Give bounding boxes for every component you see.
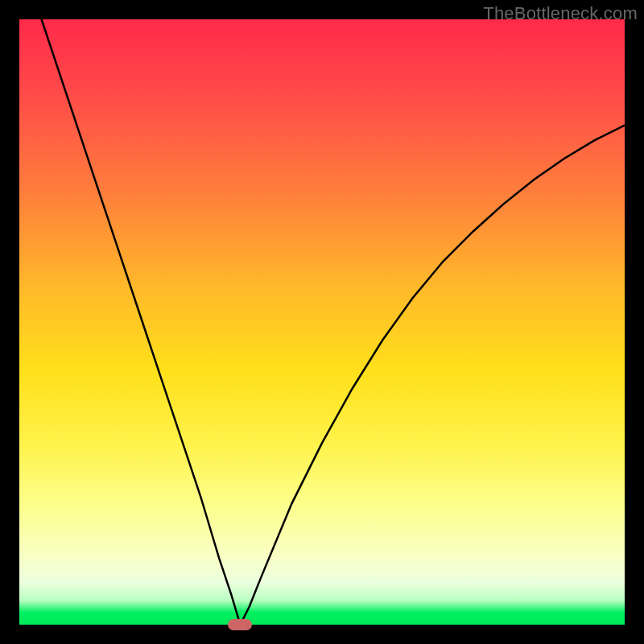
plot-area: [19, 19, 625, 625]
curve-svg: [19, 19, 625, 625]
chart-container: TheBottleneck.com: [0, 0, 644, 644]
watermark-text: TheBottleneck.com: [483, 3, 638, 24]
bottleneck-curve: [19, 19, 625, 625]
optimum-marker: [228, 619, 252, 630]
